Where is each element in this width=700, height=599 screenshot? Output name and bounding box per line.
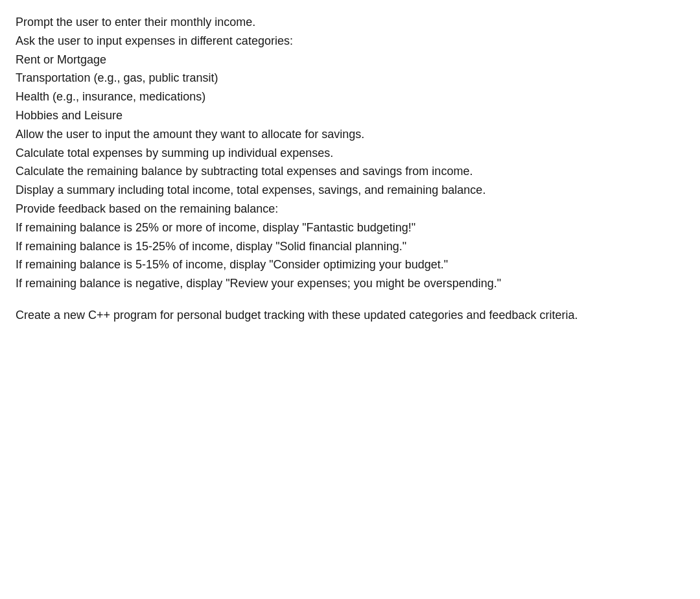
text-line-7: Allow the user to input the amount they … [16,125,638,144]
text-line-10: Display a summary including total income… [16,181,638,200]
text-line-2: Ask the user to input expenses in differ… [16,32,638,51]
text-line-15: If remaining balance is negative, displa… [16,274,638,293]
text-line-1: Prompt the user to enter their monthly i… [16,13,638,32]
text-line-14: If remaining balance is 5-15% of income,… [16,255,638,274]
text-line-11: Provide feedback based on the remaining … [16,200,638,218]
text-line-6: Hobbies and Leisure [16,106,638,125]
text-line-4: Transportation (e.g., gas, public transi… [16,69,638,88]
text-line-13: If remaining balance is 15-25% of income… [16,237,638,256]
text-line-5: Health (e.g., insurance, medications) [16,88,638,106]
closing-paragraph: Create a new C++ program for personal bu… [16,306,638,325]
text-line-3: Rent or Mortgage [16,51,638,69]
text-line-8: Calculate total expenses by summing up i… [16,144,638,163]
text-line-9: Calculate the remaining balance by subtr… [16,162,638,181]
text-line-12: If remaining balance is 25% or more of i… [16,218,638,237]
main-content: Prompt the user to enter their monthly i… [16,13,638,325]
